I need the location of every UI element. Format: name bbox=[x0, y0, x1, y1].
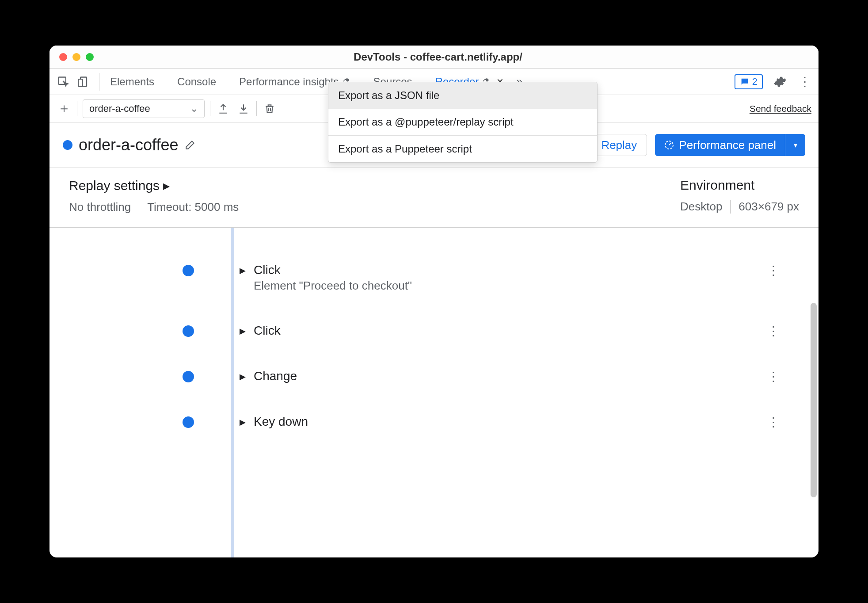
step-subtitle: Element "Proceed to checkout" bbox=[254, 279, 747, 293]
step-row[interactable]: ▶ Click Element "Proceed to checkout" ⋮ bbox=[204, 263, 792, 293]
performance-panel-button[interactable]: Performance panel ▾ bbox=[655, 134, 805, 156]
settings-gear-icon[interactable] bbox=[773, 74, 788, 89]
svg-rect-2 bbox=[78, 79, 82, 86]
environment-block: Environment Desktop 603×679 px bbox=[680, 178, 799, 214]
tab-elements[interactable]: Elements bbox=[108, 69, 156, 95]
recording-select-value: order-a-coffee bbox=[89, 103, 150, 114]
step-dot-icon bbox=[183, 325, 194, 337]
caret-right-icon: ▶ bbox=[240, 417, 246, 427]
separator bbox=[77, 101, 77, 116]
issues-count: 2 bbox=[752, 76, 758, 88]
environment-label: Environment bbox=[680, 178, 754, 193]
step-more-button[interactable]: ⋮ bbox=[755, 324, 792, 338]
step-title: Key down bbox=[254, 415, 747, 429]
issues-badge[interactable]: 2 bbox=[735, 74, 763, 89]
devtools-window: DevTools - coffee-cart.netlify.app/ Elem… bbox=[49, 46, 819, 557]
step-title: Click bbox=[254, 263, 747, 277]
scrollbar-thumb[interactable] bbox=[811, 303, 817, 497]
tab-label: Elements bbox=[110, 76, 154, 88]
step-row[interactable]: ▶ Click ⋮ bbox=[204, 324, 792, 338]
caret-right-icon: ▶ bbox=[240, 372, 246, 382]
step-title: Click bbox=[254, 324, 747, 338]
new-recording-button[interactable]: ＋ bbox=[57, 101, 72, 116]
window-close-button[interactable] bbox=[59, 53, 67, 61]
device-toolbar-icon[interactable] bbox=[76, 74, 91, 89]
recording-title: order-a-coffee bbox=[79, 136, 178, 154]
environment-values: Desktop 603×679 px bbox=[680, 200, 799, 214]
export-json-item[interactable]: Export as a JSON file bbox=[328, 82, 597, 109]
step-more-button[interactable]: ⋮ bbox=[755, 415, 792, 429]
chevron-down-icon: ⌄ bbox=[190, 103, 198, 114]
step-row[interactable]: ▶ Key down ⋮ bbox=[204, 415, 792, 429]
caret-right-icon: ▶ bbox=[240, 266, 246, 275]
step-title: Change bbox=[254, 369, 747, 383]
export-menu: Export as a JSON file Export as a @puppe… bbox=[328, 82, 598, 163]
delete-button[interactable] bbox=[262, 101, 277, 116]
performance-label: Performance panel bbox=[679, 138, 776, 152]
replay-settings-label: Replay settings bbox=[69, 178, 160, 193]
step-dot-icon bbox=[183, 265, 194, 276]
settings-row: Replay settings ▸ No throttling Timeout:… bbox=[49, 168, 819, 228]
replay-settings-block: Replay settings ▸ No throttling Timeout:… bbox=[69, 178, 239, 214]
replay-label: Replay bbox=[601, 138, 637, 152]
header-actions: Replay Performance panel ▾ bbox=[578, 134, 805, 156]
import-button[interactable] bbox=[236, 101, 251, 116]
performance-dropdown-button[interactable]: ▾ bbox=[785, 134, 805, 156]
export-puppeteer-item[interactable]: Export as a Puppeteer script bbox=[328, 136, 597, 162]
window-title: DevTools - coffee-cart.netlify.app/ bbox=[94, 51, 782, 63]
window-maximize-button[interactable] bbox=[86, 53, 94, 61]
tabstrip-left-tools bbox=[56, 73, 99, 91]
viewport-value: 603×679 px bbox=[739, 200, 799, 214]
inspect-element-icon[interactable] bbox=[56, 74, 71, 89]
step-dot-icon bbox=[183, 416, 194, 428]
timeout-value: Timeout: 5000 ms bbox=[147, 200, 239, 214]
device-value: Desktop bbox=[680, 200, 722, 214]
step-dot-icon bbox=[183, 371, 194, 382]
separator bbox=[139, 201, 139, 214]
send-feedback-link[interactable]: Send feedback bbox=[750, 103, 811, 114]
traffic-lights bbox=[59, 53, 94, 61]
tab-console[interactable]: Console bbox=[175, 69, 218, 95]
export-puppeteer-replay-item[interactable]: Export as a @puppeteer/replay script bbox=[328, 109, 597, 135]
status-dot-icon bbox=[63, 140, 72, 150]
separator bbox=[210, 101, 210, 116]
replay-settings-heading[interactable]: Replay settings ▸ bbox=[69, 178, 239, 193]
tab-label: Performance insights bbox=[239, 76, 339, 88]
separator bbox=[256, 101, 257, 116]
throttling-value: No throttling bbox=[69, 200, 131, 214]
tab-label: Console bbox=[177, 76, 216, 88]
window-minimize-button[interactable] bbox=[72, 53, 80, 61]
step-more-button[interactable]: ⋮ bbox=[755, 263, 792, 278]
edit-title-button[interactable] bbox=[184, 139, 196, 151]
step-row[interactable]: ▶ Change ⋮ bbox=[204, 369, 792, 384]
recording-select[interactable]: order-a-coffee ⌄ bbox=[83, 99, 205, 118]
titlebar: DevTools - coffee-cart.netlify.app/ bbox=[49, 46, 819, 69]
caret-right-icon: ▶ bbox=[240, 326, 246, 336]
kebab-menu-icon[interactable]: ⋮ bbox=[797, 74, 812, 89]
step-more-button[interactable]: ⋮ bbox=[755, 369, 792, 384]
replay-settings-values: No throttling Timeout: 5000 ms bbox=[69, 200, 239, 214]
steps-timeline: ▶ Click Element "Proceed to checkout" ⋮ … bbox=[49, 228, 819, 557]
export-button[interactable] bbox=[216, 101, 231, 116]
tabstrip-right-tools: 2 ⋮ bbox=[735, 74, 812, 89]
caret-right-icon: ▸ bbox=[163, 178, 170, 193]
environment-heading: Environment bbox=[680, 178, 799, 193]
separator bbox=[730, 200, 731, 214]
